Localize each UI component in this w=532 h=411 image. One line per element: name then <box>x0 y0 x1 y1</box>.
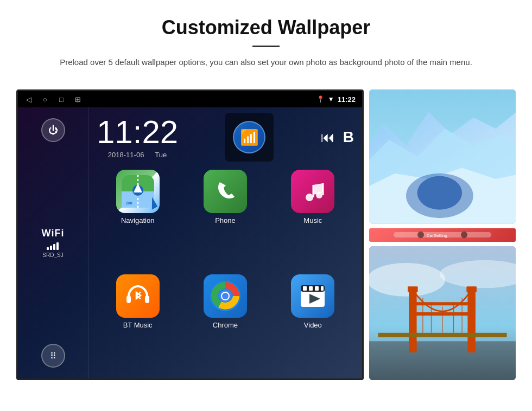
cassette-strip: CarSetting <box>369 228 516 242</box>
wifi-widget-inner: 📶 <box>233 121 265 153</box>
svg-rect-22 <box>309 286 313 291</box>
app-icon-btmusic <box>116 274 160 318</box>
app-label-btmusic: BT Music <box>123 321 153 329</box>
wifi-ssid: SRD_SJ <box>42 252 65 258</box>
clock-row: 11:22 2018-11-06 Tue 📶 ⏮ B <box>97 113 354 162</box>
app-icon-chrome <box>204 274 247 318</box>
svg-point-34 <box>461 232 467 238</box>
clock-date: 2018-11-06 Tue <box>97 151 178 159</box>
apps-grid: 280 Navigation Phone <box>97 170 354 373</box>
svg-rect-13 <box>126 296 131 303</box>
wifi-bar-3 <box>53 244 55 250</box>
app-item-video[interactable]: Video <box>272 274 354 374</box>
wifi-block: WiFi SRD_SJ <box>42 228 65 258</box>
svg-text:CarSetting: CarSetting <box>427 233 447 238</box>
svg-rect-21 <box>303 286 307 291</box>
status-time: 11:22 <box>338 95 356 104</box>
wallpaper-bridge[interactable] <box>369 246 516 381</box>
back-button[interactable]: ◁ <box>24 95 33 104</box>
wifi-widget-icon: 📶 <box>240 129 259 146</box>
wifi-bars <box>42 241 65 250</box>
app-icon-navigation: 280 <box>116 170 160 213</box>
app-icon-phone <box>204 170 247 213</box>
title-divider <box>252 46 280 47</box>
wallpaper-thumbnails: CarSetting <box>369 89 516 380</box>
wallpaper-ice[interactable] <box>369 89 516 224</box>
android-screen: ◁ ○ □ ⊞ 📍 ▼ 11:22 ⏻ WiFi <box>16 89 364 380</box>
wifi-status-icon: ▼ <box>328 95 334 103</box>
home-button[interactable]: ○ <box>41 95 49 104</box>
app-item-phone[interactable]: Phone <box>184 170 266 269</box>
recents-button[interactable]: □ <box>57 95 66 104</box>
wifi-label: WiFi <box>42 228 65 239</box>
app-label-phone: Phone <box>215 216 236 224</box>
svg-rect-39 <box>369 341 516 380</box>
location-icon: 📍 <box>316 95 325 103</box>
app-label-chrome: Chrome <box>213 321 238 329</box>
page-title: Customized Wallpaper <box>43 16 489 39</box>
date-value: 2018-11-06 <box>108 151 144 159</box>
svg-rect-41 <box>467 291 475 352</box>
wifi-bar-4 <box>56 242 59 250</box>
clock-time: 11:22 <box>97 116 178 149</box>
main-content: ◁ ○ □ ⊞ 📍 ▼ 11:22 ⏻ WiFi <box>0 89 532 396</box>
screen-body: ⏻ WiFi SRD_SJ ⠿ <box>18 107 362 378</box>
screenshot-button[interactable]: ⊞ <box>73 95 82 104</box>
app-item-music[interactable]: Music <box>272 170 354 269</box>
app-item-navigation[interactable]: 280 Navigation <box>97 170 179 269</box>
wifi-bar-1 <box>47 247 49 250</box>
wifi-widget[interactable]: 📶 <box>225 113 274 162</box>
nav-buttons: ◁ ○ □ ⊞ <box>24 95 82 104</box>
app-icon-video <box>291 274 334 318</box>
svg-point-37 <box>369 262 445 296</box>
main-area: 11:22 2018-11-06 Tue 📶 ⏮ B <box>88 107 362 378</box>
svg-point-9 <box>306 194 313 201</box>
svg-rect-42 <box>408 286 418 292</box>
page-header: Customized Wallpaper Preload over 5 defa… <box>0 0 532 89</box>
power-button[interactable]: ⏻ <box>41 118 65 142</box>
svg-rect-43 <box>466 286 477 292</box>
page-description: Preload over 5 default wallpaper options… <box>54 56 478 69</box>
svg-point-31 <box>417 176 463 210</box>
svg-point-18 <box>222 293 229 299</box>
svg-rect-44 <box>409 302 476 305</box>
svg-rect-46 <box>378 332 506 337</box>
svg-rect-14 <box>145 296 149 303</box>
day-value: Tue <box>155 151 167 159</box>
wifi-bar-2 <box>50 246 52 250</box>
svg-point-33 <box>417 232 424 238</box>
svg-text:280: 280 <box>126 201 132 205</box>
media-label: B <box>343 129 354 146</box>
svg-rect-24 <box>321 286 324 291</box>
left-sidebar: ⏻ WiFi SRD_SJ ⠿ <box>18 107 88 378</box>
app-label-music: Music <box>303 216 322 224</box>
app-item-btmusic[interactable]: BT Music <box>97 274 179 374</box>
prev-track-icon[interactable]: ⏮ <box>321 129 335 146</box>
svg-rect-40 <box>409 291 416 352</box>
app-icon-music <box>291 170 334 213</box>
apps-grid-button[interactable]: ⠿ <box>41 344 65 368</box>
status-icons: 📍 ▼ 11:22 <box>316 95 356 104</box>
status-bar: ◁ ○ □ ⊞ 📍 ▼ 11:22 <box>18 91 362 107</box>
ice-visual <box>369 89 516 224</box>
svg-rect-23 <box>315 286 319 291</box>
app-label-navigation: Navigation <box>121 216 154 224</box>
app-label-video: Video <box>304 321 322 329</box>
media-controls: ⏮ B <box>321 129 354 146</box>
clock-block: 11:22 2018-11-06 Tue <box>97 116 178 159</box>
app-item-chrome[interactable]: Chrome <box>184 274 266 374</box>
